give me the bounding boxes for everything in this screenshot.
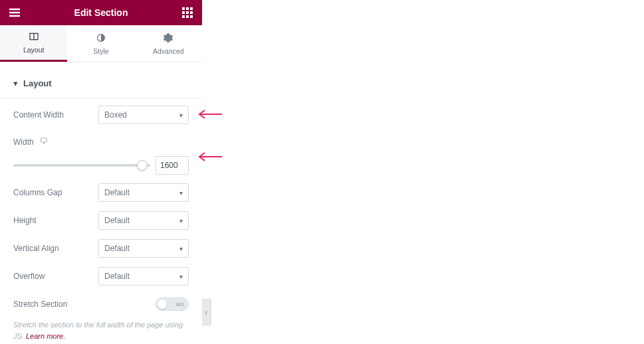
slider-thumb[interactable] [137, 160, 148, 171]
svg-rect-7 [186, 11, 189, 14]
select-value: Default [104, 188, 130, 197]
columns-gap-select[interactable]: Default ▾ [98, 183, 189, 202]
control-label: Width [13, 137, 34, 147]
tab-style[interactable]: Style [67, 25, 134, 62]
select-value: Default [104, 216, 130, 225]
caret-down-icon: ▾ [179, 217, 183, 224]
section-header-layout[interactable]: ▾ Layout [0, 69, 202, 98]
svg-rect-5 [190, 7, 193, 10]
caret-down-icon: ▾ [179, 189, 183, 197]
select-value: Default [104, 272, 130, 281]
svg-rect-10 [186, 15, 189, 18]
overflow-select[interactable]: Default ▾ [98, 267, 189, 286]
control-label: Content Width [13, 110, 98, 120]
tab-label: Layout [23, 46, 45, 54]
control-label: Stretch Section [13, 300, 156, 309]
control-content-width: Content Width Boxed ▾ [13, 101, 189, 129]
control-label: Height [13, 216, 98, 225]
svg-rect-9 [182, 15, 185, 18]
vertical-align-select[interactable]: Default ▾ [98, 239, 189, 258]
control-label: Vertical Align [13, 244, 98, 253]
controls: Content Width Boxed ▾ Width 1600 Columns… [0, 98, 202, 343]
caret-down-icon: ▾ [179, 273, 183, 280]
contrast-icon [96, 33, 106, 44]
svg-rect-15 [41, 138, 47, 142]
tab-label: Style [93, 47, 108, 55]
control-overflow: Overflow Default ▾ [13, 262, 189, 290]
control-vertical-align: Vertical Align Default ▾ [13, 234, 189, 262]
panel-collapse-button[interactable]: ‹ [202, 299, 211, 325]
svg-rect-6 [182, 11, 185, 14]
svg-rect-8 [190, 11, 193, 14]
control-width: 1600 [13, 147, 189, 179]
panel-tabs: Layout Style Advanced [0, 25, 202, 62]
height-select[interactable]: Default ▾ [98, 211, 189, 230]
toggle-state: NO [176, 301, 184, 307]
tab-advanced[interactable]: Advanced [135, 25, 202, 62]
caret-down-icon: ▾ [179, 245, 183, 252]
grid-icon[interactable] [179, 5, 195, 21]
content-width-select[interactable]: Boxed ▾ [98, 106, 189, 124]
learn-more-link[interactable]: Learn more. [26, 332, 65, 340]
caret-down-icon: ▾ [179, 112, 183, 119]
svg-rect-3 [182, 7, 185, 10]
section-title: Layout [23, 78, 52, 88]
tab-layout[interactable]: Layout [0, 25, 67, 62]
tab-label: Advanced [153, 47, 184, 55]
hamburger-icon[interactable] [7, 5, 23, 21]
editor-panel: Edit Section Layout Style Advanced ▾ Lay… [0, 0, 202, 344]
toggle-knob [158, 300, 167, 309]
callout-arrow-1 [197, 109, 223, 120]
callout-arrow-2 [197, 151, 223, 162]
caret-down-icon: ▾ [13, 78, 18, 88]
svg-rect-4 [186, 7, 189, 10]
chevron-left-icon: ‹ [205, 309, 207, 316]
select-value: Boxed [104, 110, 127, 120]
control-width-label-row: Width [13, 129, 189, 147]
width-input[interactable]: 1600 [156, 156, 189, 175]
gear-icon [163, 33, 173, 44]
control-stretch: Stretch Section NO [13, 290, 189, 318]
width-slider[interactable] [13, 164, 150, 167]
panel-title: Edit Section [23, 7, 179, 18]
control-height: Height Default ▾ [13, 207, 189, 234]
control-label: Columns Gap [13, 188, 98, 197]
stretch-helper: Stretch the section to the full width of… [13, 318, 189, 343]
control-label: Overflow [13, 272, 98, 281]
panel-header: Edit Section [0, 0, 202, 25]
select-value: Default [104, 244, 130, 253]
svg-rect-11 [190, 15, 193, 18]
columns-icon [29, 31, 39, 43]
desktop-icon[interactable] [39, 137, 49, 147]
control-columns-gap: Columns Gap Default ▾ [13, 179, 189, 207]
stretch-toggle[interactable]: NO [156, 298, 189, 311]
